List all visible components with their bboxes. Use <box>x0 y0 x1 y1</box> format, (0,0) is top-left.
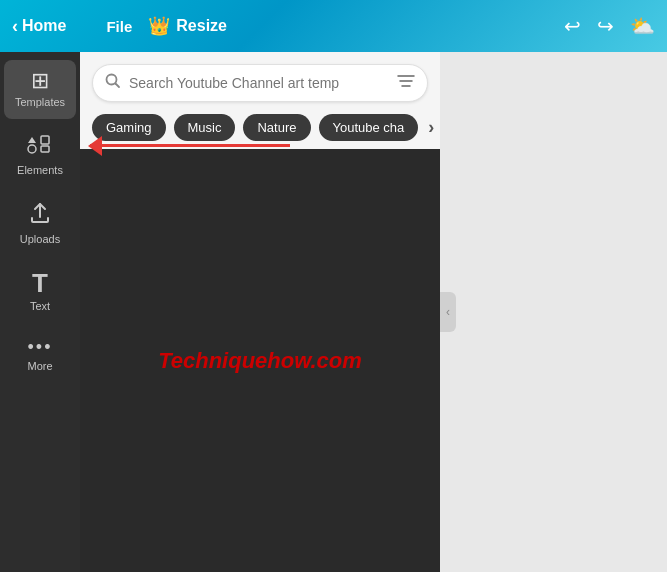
search-input[interactable] <box>129 75 393 91</box>
top-bar: ‹ Home File 👑 Resize ↩ ↪ ⛅ <box>0 0 667 52</box>
home-label[interactable]: Home <box>22 17 66 35</box>
chip-music[interactable]: Music <box>174 114 236 141</box>
sidebar-label-templates: Templates <box>15 96 65 109</box>
sidebar-item-templates[interactable]: ⊞ Templates <box>4 60 76 119</box>
uploads-icon <box>28 201 52 229</box>
resize-button[interactable]: 👑 Resize <box>148 15 227 37</box>
search-bar <box>92 64 428 102</box>
chip-nature[interactable]: Nature <box>243 114 310 141</box>
sidebar-label-more: More <box>27 360 52 373</box>
sidebar-label-elements: Elements <box>17 164 63 177</box>
svg-line-4 <box>116 84 120 88</box>
watermark-text: Techniquehow.com <box>158 348 362 374</box>
templates-icon: ⊞ <box>31 70 49 92</box>
svg-point-1 <box>28 145 36 153</box>
file-menu[interactable]: File <box>106 18 132 35</box>
filter-chips: Gaming Music Nature Youtube cha › <box>80 110 440 149</box>
undo-button[interactable]: ↩ <box>564 14 581 38</box>
sidebar-item-uploads[interactable]: Uploads <box>4 191 76 256</box>
template-panel: Gaming Music Nature Youtube cha › Techni… <box>80 52 440 572</box>
search-icon <box>105 73 121 93</box>
crown-icon: 👑 <box>148 15 170 37</box>
more-icon: ••• <box>28 338 53 356</box>
back-arrow-icon: ‹ <box>12 16 18 37</box>
elements-icon <box>27 133 53 160</box>
sidebar-item-text[interactable]: T Text <box>4 260 76 323</box>
sidebar-item-elements[interactable]: Elements <box>4 123 76 187</box>
cloud-save-button[interactable]: ⛅ <box>630 14 655 38</box>
redo-button[interactable]: ↪ <box>597 14 614 38</box>
main-layout: ⊞ Templates Elements <box>0 52 667 572</box>
canvas-area: ‹ <box>440 52 667 572</box>
resize-label: Resize <box>176 17 227 35</box>
left-sidebar: ⊞ Templates Elements <box>0 52 80 572</box>
text-icon: T <box>32 270 48 296</box>
template-content-area: Techniquehow.com <box>80 149 440 572</box>
svg-rect-2 <box>41 146 49 152</box>
svg-rect-0 <box>41 136 49 144</box>
sidebar-label-uploads: Uploads <box>20 233 60 246</box>
collapse-panel-button[interactable]: ‹ <box>440 292 456 332</box>
chip-gaming[interactable]: Gaming <box>92 114 166 141</box>
filter-icon[interactable] <box>397 74 415 92</box>
back-home-button[interactable]: ‹ Home <box>12 16 66 37</box>
chips-more-icon[interactable]: › <box>428 117 434 138</box>
top-bar-actions: ↩ ↪ ⛅ <box>564 14 655 38</box>
sidebar-item-more[interactable]: ••• More <box>4 328 76 383</box>
sidebar-label-text: Text <box>30 300 50 313</box>
chip-youtube[interactable]: Youtube cha <box>319 114 419 141</box>
